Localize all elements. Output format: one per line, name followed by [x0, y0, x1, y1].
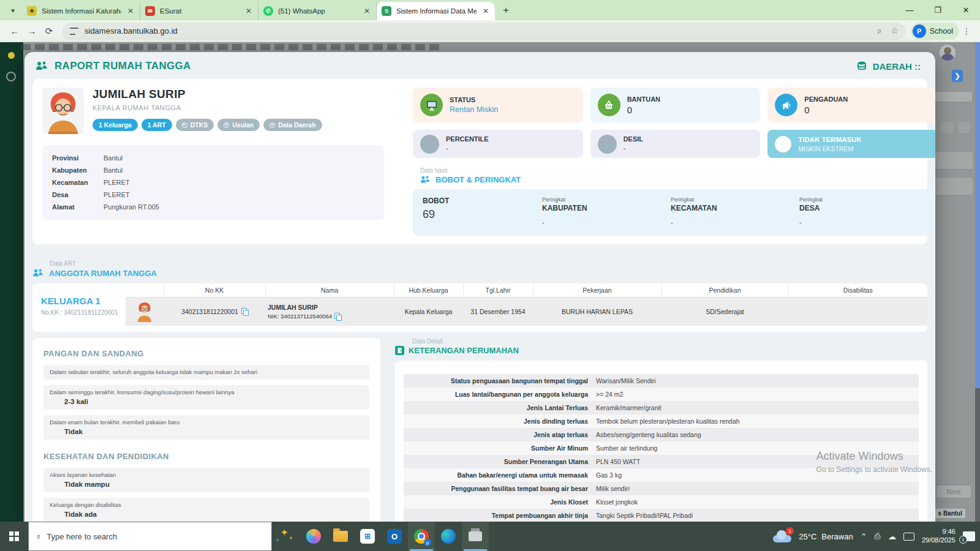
new-tab-button[interactable]: + — [499, 3, 513, 18]
page-content: ❯ Next s Bantul RAPORT RUMAH TANGGA — [0, 42, 980, 522]
restore-button[interactable]: ❐ — [924, 0, 952, 20]
chrome-profile-badge: p — [424, 539, 431, 546]
members-table-header: No.KK Nama Hub.Keluarga Tgl.Lahir Pekerj… — [126, 283, 927, 297]
taskbar-chrome[interactable]: p — [408, 522, 435, 551]
member-disability — [788, 297, 927, 326]
users-icon — [420, 175, 431, 184]
taskbar-clock[interactable]: 9:4629/08/2025 — [922, 528, 956, 545]
notification-center-icon[interactable]: 1 — [963, 531, 975, 541]
panel-expand-icon[interactable]: ❯ — [952, 70, 963, 82]
tab-close-icon[interactable]: ✕ — [244, 7, 253, 15]
badge-keluarga[interactable]: 1 Keluarga — [92, 119, 138, 131]
member-job: BURUH HARIAN LEPAS — [533, 297, 662, 326]
edge-icon — [441, 529, 456, 544]
onedrive-icon[interactable]: ☁ — [888, 532, 896, 541]
copy-icon[interactable] — [334, 313, 341, 320]
tab-kalurahan[interactable]: ❖ Sistem Informasi Kalurahan Ple ✕ — [22, 2, 140, 20]
family-label: KELUARGA 1 — [41, 296, 126, 306]
tray-printer-icon[interactable]: ⎙ — [875, 531, 881, 541]
tab-title: ESurat — [160, 7, 239, 15]
taskbar-printer-app[interactable] — [462, 522, 489, 551]
modal-title-row: RAPORT RUMAH TANGGA — [36, 60, 191, 72]
start-button[interactable] — [0, 522, 28, 551]
next-button[interactable]: Next — [936, 485, 971, 498]
network-display-icon[interactable] — [903, 533, 914, 541]
badge-dtks[interactable]: DTKS — [176, 119, 214, 131]
taskbar-edge[interactable] — [435, 522, 462, 551]
member-education: SD/Sederajat — [662, 297, 788, 326]
search-placeholder: Type here to search — [47, 532, 117, 541]
bookmark-star-icon[interactable]: ☆ — [891, 26, 899, 36]
housing-row: Bahan bakar/energi utama untuk memasakGa… — [404, 468, 919, 482]
desil-icon — [598, 135, 617, 154]
bobot-peringkat-card: BOBOT 69 Peringkat KABUPATEN - Peringkat… — [413, 189, 935, 236]
member-relation: Kepala Keluarga — [394, 297, 463, 326]
taskbar-copilot[interactable] — [300, 522, 327, 551]
housing-row: Luas lantai/bangunan per anggota keluarg… — [404, 388, 919, 401]
page-scrollbar[interactable] — [975, 42, 980, 522]
target-icon — [224, 122, 229, 128]
members-table: No.KK Nama Hub.Keluarga Tgl.Lahir Pekerj… — [126, 283, 927, 326]
badge-art[interactable]: 1 ART — [141, 119, 172, 131]
megaphone-icon — [775, 94, 797, 116]
tab-close-icon[interactable]: ✕ — [363, 7, 371, 15]
basket-icon — [598, 94, 620, 116]
browser-menu-icon[interactable]: ⋮ — [959, 26, 974, 36]
taskbar-store[interactable]: ⊞ — [354, 522, 381, 551]
background-sidebar — [0, 42, 23, 522]
reload-button[interactable]: ⟳ — [40, 23, 58, 40]
zoom-icon[interactable]: ⌕ — [877, 26, 882, 36]
peringkat-kecamatan: Peringkat KECAMATAN - — [671, 197, 799, 226]
taskbar-search[interactable]: ⌕ Type here to search — [28, 522, 272, 551]
site-info-icon[interactable] — [70, 28, 78, 35]
scrollbar-thumb[interactable] — [975, 42, 980, 388]
profile-avatar: P — [913, 24, 926, 38]
weather-icon[interactable]: 1 — [773, 530, 791, 542]
browser-toolbar: ← → ⟳ sidamesra.bantulkab.go.id ⌕ ☆ P Sc… — [0, 20, 980, 42]
background-page-title — [21, 44, 443, 50]
url-text[interactable]: sidamesra.bantulkab.go.id — [85, 26, 871, 36]
address-bar[interactable]: sidamesra.bantulkab.go.id ⌕ ☆ — [62, 23, 906, 40]
app-logo-icon — [8, 52, 15, 59]
badge-data-daerah[interactable]: Data Daerah — [263, 119, 322, 131]
badge-usulan[interactable]: Usulan — [217, 119, 260, 131]
member-nik: NIK: 3402137112540064 — [268, 313, 332, 320]
background-button — [930, 151, 974, 170]
tab-esurat[interactable]: ✉ ESurat ✕ — [140, 2, 258, 20]
weather-badge: 1 — [786, 527, 794, 535]
desil-card: DESIL - — [590, 130, 761, 158]
background-text-fragment: s Bantul — [935, 509, 965, 518]
region-selector[interactable]: DAERAH :: — [856, 61, 921, 72]
desil-value: - — [624, 144, 643, 153]
user-avatar[interactable] — [940, 45, 956, 61]
copy-icon[interactable] — [241, 308, 247, 315]
close-button[interactable]: ✕ — [952, 0, 980, 20]
member-row[interactable]: 3402131811220001 JUMILAH SURIP NIK: 3402… — [126, 297, 927, 326]
survey-item: Akses layanan kesehatanTidak mampu — [43, 468, 369, 492]
location-row: KecamatanPLERET — [52, 176, 374, 189]
forward-button[interactable]: → — [23, 23, 40, 40]
survey-card: PANGAN DAN SANDANG Dalam sebulan terakhi… — [32, 338, 380, 522]
users-icon — [36, 61, 49, 72]
taskbar-file-explorer[interactable] — [327, 522, 354, 551]
tab-sidamesra-active[interactable]: S Sistem Informasi Data Menuju S ✕ — [377, 2, 495, 20]
housing-table: Status penguasaan bangunan tempat tingga… — [404, 374, 919, 522]
survey-item: Keluarga dengan disabilitasTidak ada — [43, 498, 369, 522]
member-name: JUMILAH SURIP — [268, 304, 394, 311]
folder-icon — [333, 531, 348, 542]
tab-close-icon[interactable]: ✕ — [126, 7, 135, 15]
status-value-link[interactable]: Rentan Miskin — [450, 105, 498, 114]
taskbar-outlook[interactable]: O — [381, 522, 408, 551]
notification-badge: 1 — [959, 536, 967, 544]
cortana-sparkle-icon[interactable]: ✦✦✦ — [272, 522, 300, 551]
browser-profile-chip[interactable]: P School — [911, 23, 959, 40]
back-button[interactable]: ← — [6, 23, 23, 40]
tab-search-icon[interactable]: ▾ — [5, 2, 21, 18]
minimize-button[interactable]: — — [895, 0, 924, 20]
weather-text[interactable]: 25°CBerawan — [799, 532, 853, 541]
pangan-title: PANGAN DAN SANDANG — [43, 349, 369, 358]
tab-whatsapp-favicon: ✆ — [263, 6, 273, 16]
tab-close-icon[interactable]: ✕ — [481, 7, 490, 15]
tab-whatsapp[interactable]: ✆ (51) WhatsApp ✕ — [258, 2, 377, 20]
tray-chevron-icon[interactable]: ⌃ — [861, 532, 867, 541]
